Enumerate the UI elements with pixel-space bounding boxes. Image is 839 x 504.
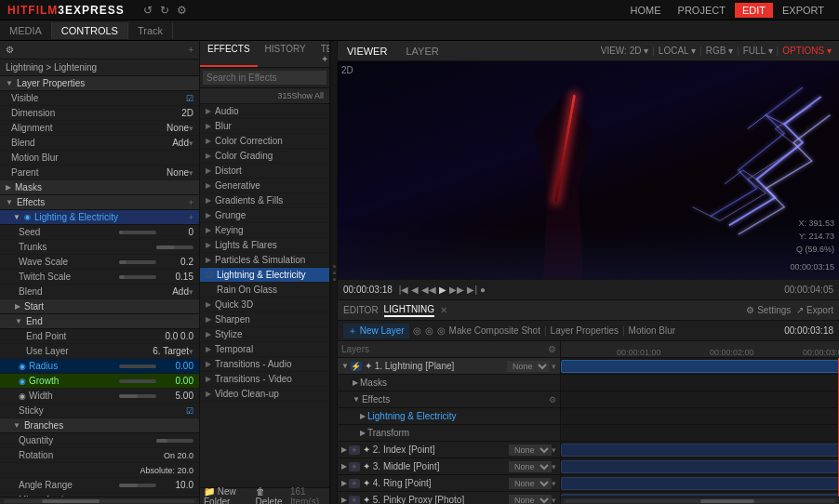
start-header[interactable]: ▶ Start <box>0 299 199 314</box>
effect-generative[interactable]: ▶ Generative <box>200 179 329 193</box>
clip-2[interactable] <box>561 444 839 457</box>
triangle-icon[interactable]: ▶ <box>341 445 347 454</box>
effect-audio[interactable]: ▶ Audio <box>200 104 329 119</box>
rgb-dropdown[interactable]: RGB ▾ <box>706 46 733 56</box>
view-2d-dropdown[interactable]: VIEW: 2D ▾ <box>601 46 649 56</box>
triangle-icon[interactable]: ▶ <box>341 496 347 504</box>
redo-icon[interactable]: ↻ <box>160 4 169 17</box>
make-composite-btn[interactable]: Make Composite Shot <box>449 325 540 336</box>
play-back-btn[interactable]: ◀◀ <box>421 285 436 295</box>
effect-video-cleanup[interactable]: ▶ Video Clean-up <box>200 387 329 402</box>
triangle-icon[interactable]: ▶ <box>341 462 347 471</box>
effect-distort[interactable]: ▶ Distort <box>200 164 329 179</box>
export-btn[interactable]: ↗ Export <box>796 305 833 315</box>
undo-icon[interactable]: ↺ <box>143 4 153 17</box>
effect-grunge[interactable]: ▶ Grunge <box>200 208 329 223</box>
tab-viewer[interactable]: VIEWER <box>338 43 396 60</box>
play-fwd-btn[interactable]: ▶▶ <box>449 285 464 295</box>
settings-icon[interactable]: ⚙ <box>177 4 187 17</box>
effect-trans-audio[interactable]: ▶ Transitions - Audio <box>200 357 329 372</box>
effect-gradients[interactable]: ▶ Gradients & Fills <box>200 193 329 208</box>
new-folder-btn[interactable]: 📁 New Folder <box>204 486 250 505</box>
effect-particles[interactable]: ▶ Particles & Simulation <box>200 253 329 268</box>
effect-color-grading[interactable]: ▶ Color Grading <box>200 149 329 164</box>
full-dropdown[interactable]: FULL ▾ <box>743 46 773 56</box>
lightning-effect-header[interactable]: ▼ ◉ Lighting & Electricity + <box>0 210 199 225</box>
lightning-tab[interactable]: LIGHTNING <box>384 304 434 317</box>
track-3-select[interactable]: None <box>509 461 552 472</box>
show-all-row[interactable]: Show All 315 <box>200 88 329 104</box>
left-panel-scrollbar[interactable] <box>0 497 199 504</box>
tab-controls[interactable]: CONTROLS <box>52 22 128 39</box>
effect-lights[interactable]: ▶ Lights & Flares <box>200 238 329 253</box>
effect-lightning[interactable]: ☑ Lightning & Electricity <box>200 268 329 283</box>
triangle-icon[interactable]: ▶ <box>360 412 366 420</box>
masks-header[interactable]: ▶ Masks <box>0 180 199 195</box>
effect-rain[interactable]: Rain On Glass <box>200 283 329 298</box>
effect-color-correction[interactable]: ▶ Color Correction <box>200 134 329 149</box>
tab-history[interactable]: HISTORY <box>258 41 313 67</box>
effect-stylize[interactable]: ▶ Stylize <box>200 327 329 342</box>
nav-edit[interactable]: EDIT <box>735 3 773 18</box>
effects-add-icon[interactable]: + <box>189 198 193 207</box>
arrow-icon[interactable]: ▶ <box>353 378 358 387</box>
triangle-icon[interactable]: ▶ <box>360 429 366 437</box>
close-tab-icon[interactable]: ✕ <box>440 305 447 315</box>
triangle-icon[interactable]: ▼ <box>341 362 349 370</box>
nav-home[interactable]: HOME <box>623 3 669 18</box>
local-dropdown[interactable]: LOCAL ▾ <box>659 46 696 56</box>
search-input[interactable] <box>203 71 326 85</box>
clip-5[interactable] <box>561 494 839 497</box>
delete-btn[interactable]: 🗑 Delete <box>256 486 285 505</box>
add-icon[interactable]: + <box>188 45 193 55</box>
clip-3[interactable] <box>561 460 839 473</box>
editor-tab[interactable]: EDITOR <box>343 305 379 315</box>
clip-1[interactable] <box>561 360 839 373</box>
effect-trans-video[interactable]: ▶ Transitions - Video <box>200 372 329 387</box>
track-1-blend-select[interactable]: NoneAdd <box>507 361 550 372</box>
lightning-more-icon[interactable]: + <box>189 213 193 222</box>
effect-blur[interactable]: ▶ Blur <box>200 119 329 134</box>
track-2-select[interactable]: None <box>509 444 552 456</box>
nav-export[interactable]: EXPORT <box>775 3 832 18</box>
new-layer-btn[interactable]: ＋ New Layer <box>343 324 409 338</box>
tab-media[interactable]: MEDIA <box>0 22 52 39</box>
end-header[interactable]: ▼ End <box>0 314 199 329</box>
play-btn[interactable]: ▶ <box>439 285 446 295</box>
icon1[interactable]: ◎ <box>413 325 421 336</box>
track-1-expand-icon[interactable]: ▾ <box>552 362 556 371</box>
branches-header[interactable]: ▼ Branches <box>0 418 199 433</box>
layer-properties-header[interactable]: ▼ Layer Properties <box>0 76 199 91</box>
prop-alignment: Alignment None ▾ <box>0 121 199 136</box>
tab-layer[interactable]: LAYER <box>396 43 447 60</box>
triangle-icon[interactable]: ▶ <box>341 479 347 487</box>
track-4-select[interactable]: None <box>509 478 552 489</box>
icon2[interactable]: ◎ <box>425 325 433 336</box>
effects-header[interactable]: ▼ Effects + <box>0 195 199 210</box>
tab-track[interactable]: Track <box>128 22 173 39</box>
record-btn[interactable]: ● <box>480 285 486 295</box>
step-fwd-btn[interactable]: ▶| <box>467 285 477 295</box>
nav-project[interactable]: PROJECT <box>671 3 733 18</box>
effect-quick3d[interactable]: ▶ Quick 3D <box>200 298 329 312</box>
track-5-select[interactable]: None <box>509 495 552 505</box>
settings-icon-small[interactable]: ⚙ <box>548 344 556 354</box>
step-back-btn[interactable]: ◀ <box>411 285 419 295</box>
tab-effects[interactable]: EFFECTS <box>200 41 258 67</box>
viewer-coords: X: 391.53 Y: 214.73 Q (59.6%) <box>796 217 834 256</box>
effect-sharpen[interactable]: ▶ Sharpen <box>200 312 329 327</box>
clip-4[interactable] <box>561 477 839 490</box>
layer-props-btn[interactable]: Layer Properties <box>551 325 619 336</box>
effects-add-btn[interactable]: ⚙ <box>549 395 556 405</box>
triangle-icon[interactable]: ▼ <box>353 395 360 404</box>
timeline-hscroll[interactable] <box>561 497 839 504</box>
icon3[interactable]: ◎ <box>437 325 446 336</box>
settings-btn[interactable]: ⚙ Settings <box>746 305 791 315</box>
effect-keying[interactable]: ▶ Keying <box>200 223 329 238</box>
effect-temporal[interactable]: ▶ Temporal <box>200 342 329 357</box>
properties-scroll[interactable]: ▼ Layer Properties Visible ☑ Dimension 2… <box>0 76 199 497</box>
play-start-btn[interactable]: |◀ <box>399 285 409 295</box>
motion-blur-btn[interactable]: Motion Blur <box>629 325 676 336</box>
tab-te[interactable]: TE ✦ <box>313 41 330 67</box>
options-dropdown[interactable]: OPTIONS ▾ <box>782 46 832 56</box>
